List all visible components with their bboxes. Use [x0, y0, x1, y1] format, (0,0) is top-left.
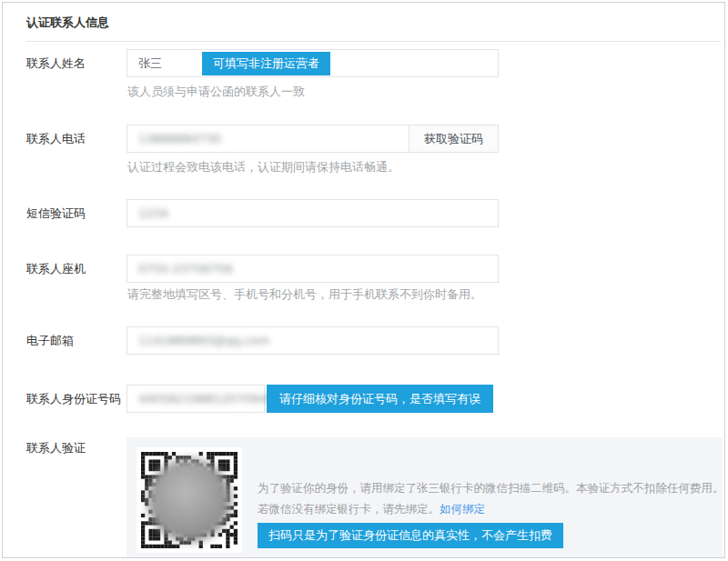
id-number-input[interactable]: 440582198812070949 — [126, 385, 265, 413]
get-verification-code-button[interactable]: 获取验证码 — [409, 125, 499, 153]
contact-phone-value: 13888884730 — [138, 132, 221, 145]
sms-code-input[interactable]: 1234 — [126, 199, 499, 227]
id-tooltip-badge: 请仔细核对身份证号码，是否填写有误 — [267, 385, 493, 413]
how-to-bind-link[interactable]: 如何绑定 — [440, 502, 485, 516]
scan-tooltip-badge: 扫码只是为了验证身份证信息的真实性，不会产生扣费 — [258, 523, 563, 548]
qr-blurred-overlay — [147, 458, 231, 542]
landline-helper-text: 请完整地填写区号、手机号和分机号，用于手机联系不到你时备用。 — [127, 286, 482, 303]
verify-instructions: 为了验证你的身份，请用绑定了张三银行卡的微信扫描二维码。本验证方式不扣除任何费用… — [258, 477, 723, 519]
email-label: 电子邮箱 — [26, 326, 74, 355]
landline-value: 0755-23756756 — [138, 262, 233, 275]
landline-input[interactable]: 0755-23756756 — [126, 255, 499, 283]
contact-phone-input[interactable]: 13888884730 — [126, 125, 410, 153]
name-tooltip-badge: 可填写非注册运营者 — [202, 52, 330, 75]
verification-form-page: 认证联系人信息 联系人姓名 张三 可填写非注册运营者 该人员须与申请公函的联系人… — [2, 2, 725, 558]
title-divider — [26, 41, 721, 42]
verify-instruction-line1: 为了验证你的身份，请用绑定了张三银行卡的微信扫描二维码。本验证方式不扣除任何费用… — [258, 477, 723, 498]
name-helper-text: 该人员须与申请公函的联系人一致 — [127, 84, 305, 100]
contact-name-label: 联系人姓名 — [26, 49, 86, 77]
contact-phone-label: 联系人电话 — [26, 125, 86, 153]
qr-code-tile — [136, 447, 242, 553]
email-input[interactable]: 1141889893@qq.com — [126, 326, 499, 355]
landline-label: 联系人座机 — [26, 255, 86, 283]
contact-verify-label: 联系人验证 — [26, 434, 86, 462]
sms-code-label: 短信验证码 — [26, 199, 86, 227]
email-value: 1141889893@qq.com — [138, 334, 269, 347]
contact-name-value: 张三 — [138, 56, 162, 70]
phone-helper-text: 认证过程会致电该电话，认证期间请保持电话畅通。 — [127, 159, 399, 175]
page-title: 认证联系人信息 — [26, 15, 109, 31]
sms-code-value: 1234 — [138, 206, 168, 220]
id-number-value: 440582198812070949 — [138, 392, 274, 406]
verification-panel: 为了验证你的身份，请用绑定了张三银行卡的微信扫描二维码。本验证方式不扣除任何费用… — [126, 437, 723, 558]
id-number-label: 联系人身份证号码 — [26, 385, 121, 413]
verify-instruction-line2: 若微信没有绑定银行卡，请先绑定。如何绑定 — [258, 498, 723, 519]
